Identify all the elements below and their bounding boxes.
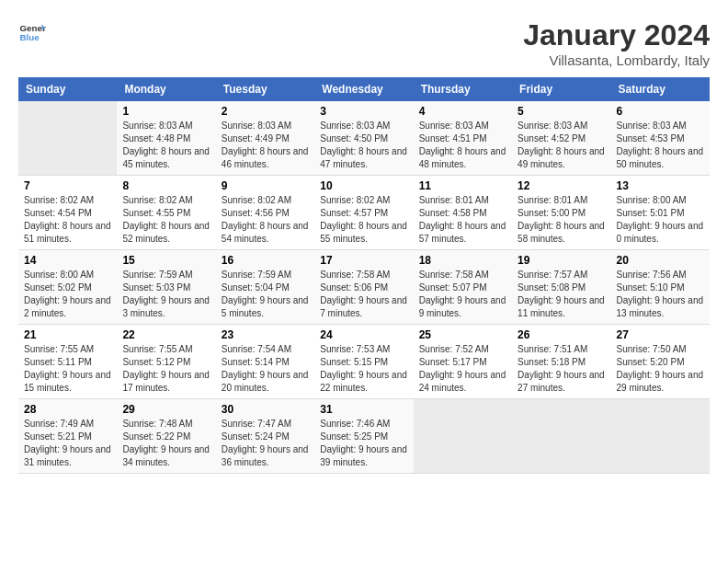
calendar-header: Sunday Monday Tuesday Wednesday Thursday… [18,77,710,101]
day-info: Sunrise: 7:46 AMSunset: 5:25 PMDaylight:… [320,418,407,469]
day-info: Sunrise: 7:59 AMSunset: 5:03 PMDaylight:… [122,269,210,320]
day-number: 5 [518,105,605,118]
calendar-cell: 12Sunrise: 8:01 AMSunset: 5:00 PMDayligh… [512,176,610,250]
calendar-cell: 27Sunrise: 7:50 AMSunset: 5:20 PMDayligh… [611,325,710,399]
calendar-cell: 17Sunrise: 7:58 AMSunset: 5:06 PMDayligh… [314,250,413,325]
calendar-cell: 1Sunrise: 8:03 AMSunset: 4:48 PMDaylight… [117,101,215,176]
calendar-cell [414,399,512,474]
day-number: 29 [122,403,210,416]
day-info: Sunrise: 7:50 AMSunset: 5:20 PMDaylight:… [617,343,704,395]
day-number: 19 [518,254,605,267]
day-info: Sunrise: 7:57 AMSunset: 5:08 PMDaylight:… [518,269,605,320]
calendar-cell: 10Sunrise: 8:02 AMSunset: 4:57 PMDayligh… [314,176,413,250]
day-info: Sunrise: 8:01 AMSunset: 5:00 PMDaylight:… [518,194,605,246]
calendar-cell: 14Sunrise: 8:00 AMSunset: 5:02 PMDayligh… [18,250,117,325]
calendar-cell: 23Sunrise: 7:54 AMSunset: 5:14 PMDayligh… [216,325,314,399]
calendar-cell: 5Sunrise: 8:03 AMSunset: 4:52 PMDaylight… [512,101,610,176]
day-info: Sunrise: 7:54 AMSunset: 5:14 PMDaylight:… [222,343,309,395]
day-number: 14 [24,254,111,267]
day-number: 23 [222,328,309,341]
calendar-cell: 4Sunrise: 8:03 AMSunset: 4:51 PMDaylight… [414,101,512,176]
calendar-cell: 22Sunrise: 7:55 AMSunset: 5:12 PMDayligh… [117,325,215,399]
day-number: 2 [222,105,309,118]
col-saturday: Saturday [611,77,710,101]
calendar-cell: 11Sunrise: 8:01 AMSunset: 4:58 PMDayligh… [414,176,512,250]
day-number: 28 [24,403,111,416]
calendar-cell: 16Sunrise: 7:59 AMSunset: 5:04 PMDayligh… [216,250,314,325]
day-info: Sunrise: 8:02 AMSunset: 4:57 PMDaylight:… [320,194,407,246]
calendar-cell [512,399,610,474]
day-number: 12 [518,179,605,192]
day-number: 22 [122,328,210,341]
day-info: Sunrise: 7:51 AMSunset: 5:18 PMDaylight:… [518,343,605,395]
day-info: Sunrise: 8:03 AMSunset: 4:52 PMDaylight:… [518,120,605,171]
calendar-cell: 30Sunrise: 7:47 AMSunset: 5:24 PMDayligh… [216,399,314,474]
day-info: Sunrise: 7:47 AMSunset: 5:24 PMDaylight:… [222,418,309,469]
day-number: 6 [617,105,704,118]
day-number: 11 [419,179,506,192]
calendar-cell [611,399,710,474]
day-info: Sunrise: 7:49 AMSunset: 5:21 PMDaylight:… [24,418,111,469]
day-info: Sunrise: 7:48 AMSunset: 5:22 PMDaylight:… [122,418,210,469]
day-info: Sunrise: 7:55 AMSunset: 5:12 PMDaylight:… [122,343,210,395]
day-info: Sunrise: 8:03 AMSunset: 4:53 PMDaylight:… [617,120,704,171]
col-wednesday: Wednesday [314,77,413,101]
day-info: Sunrise: 8:03 AMSunset: 4:49 PMDaylight:… [222,120,309,171]
day-number: 24 [320,328,407,341]
calendar-cell: 15Sunrise: 7:59 AMSunset: 5:03 PMDayligh… [117,250,215,325]
calendar-cell: 6Sunrise: 8:03 AMSunset: 4:53 PMDaylight… [611,101,710,176]
page-header: General Blue January 2024 Villasanta, Lo… [18,18,710,68]
calendar-subtitle: Villasanta, Lombardy, Italy [523,52,710,68]
calendar-week-row: 7Sunrise: 8:02 AMSunset: 4:54 PMDaylight… [18,176,710,250]
day-info: Sunrise: 8:02 AMSunset: 4:54 PMDaylight:… [24,194,111,246]
calendar-cell: 9Sunrise: 8:02 AMSunset: 4:56 PMDaylight… [216,176,314,250]
calendar-cell: 13Sunrise: 8:00 AMSunset: 5:01 PMDayligh… [611,176,710,250]
day-number: 15 [122,254,210,267]
svg-text:Blue: Blue [20,32,40,42]
calendar-week-row: 28Sunrise: 7:49 AMSunset: 5:21 PMDayligh… [18,399,710,474]
col-tuesday: Tuesday [216,77,314,101]
day-info: Sunrise: 8:02 AMSunset: 4:56 PMDaylight:… [222,194,309,246]
day-info: Sunrise: 8:02 AMSunset: 4:55 PMDaylight:… [122,194,210,246]
calendar-week-row: 1Sunrise: 8:03 AMSunset: 4:48 PMDaylight… [18,101,710,176]
day-info: Sunrise: 7:56 AMSunset: 5:10 PMDaylight:… [617,269,704,320]
day-info: Sunrise: 8:01 AMSunset: 4:58 PMDaylight:… [419,194,506,246]
logo-icon: General Blue [18,18,46,46]
title-area: January 2024 Villasanta, Lombardy, Italy [523,18,710,68]
calendar-cell: 20Sunrise: 7:56 AMSunset: 5:10 PMDayligh… [611,250,710,325]
calendar-cell: 24Sunrise: 7:53 AMSunset: 5:15 PMDayligh… [314,325,413,399]
calendar-cell: 28Sunrise: 7:49 AMSunset: 5:21 PMDayligh… [18,399,117,474]
calendar-cell: 31Sunrise: 7:46 AMSunset: 5:25 PMDayligh… [314,399,413,474]
day-number: 1 [122,105,210,118]
day-info: Sunrise: 8:03 AMSunset: 4:50 PMDaylight:… [320,120,407,171]
logo: General Blue [18,18,46,46]
col-monday: Monday [117,77,215,101]
calendar-cell: 26Sunrise: 7:51 AMSunset: 5:18 PMDayligh… [512,325,610,399]
day-number: 25 [419,328,506,341]
day-number: 10 [320,179,407,192]
calendar-body: 1Sunrise: 8:03 AMSunset: 4:48 PMDaylight… [18,101,710,474]
day-number: 20 [617,254,704,267]
day-number: 7 [24,179,111,192]
day-info: Sunrise: 7:59 AMSunset: 5:04 PMDaylight:… [222,269,309,320]
day-number: 8 [122,179,210,192]
calendar-title: January 2024 [523,18,710,52]
calendar-cell: 19Sunrise: 7:57 AMSunset: 5:08 PMDayligh… [512,250,610,325]
day-number: 31 [320,403,407,416]
calendar-week-row: 14Sunrise: 8:00 AMSunset: 5:02 PMDayligh… [18,250,710,325]
header-row: Sunday Monday Tuesday Wednesday Thursday… [18,77,710,101]
day-info: Sunrise: 8:00 AMSunset: 5:02 PMDaylight:… [24,269,111,320]
day-info: Sunrise: 7:58 AMSunset: 5:07 PMDaylight:… [419,269,506,320]
calendar-cell: 8Sunrise: 8:02 AMSunset: 4:55 PMDaylight… [117,176,215,250]
day-info: Sunrise: 7:52 AMSunset: 5:17 PMDaylight:… [419,343,506,395]
day-number: 13 [617,179,704,192]
calendar-cell: 29Sunrise: 7:48 AMSunset: 5:22 PMDayligh… [117,399,215,474]
day-info: Sunrise: 7:55 AMSunset: 5:11 PMDaylight:… [24,343,111,395]
day-info: Sunrise: 8:03 AMSunset: 4:51 PMDaylight:… [419,120,506,171]
day-number: 21 [24,328,111,341]
calendar-cell: 3Sunrise: 8:03 AMSunset: 4:50 PMDaylight… [314,101,413,176]
calendar-cell: 21Sunrise: 7:55 AMSunset: 5:11 PMDayligh… [18,325,117,399]
day-number: 17 [320,254,407,267]
col-sunday: Sunday [18,77,117,101]
col-friday: Friday [512,77,610,101]
